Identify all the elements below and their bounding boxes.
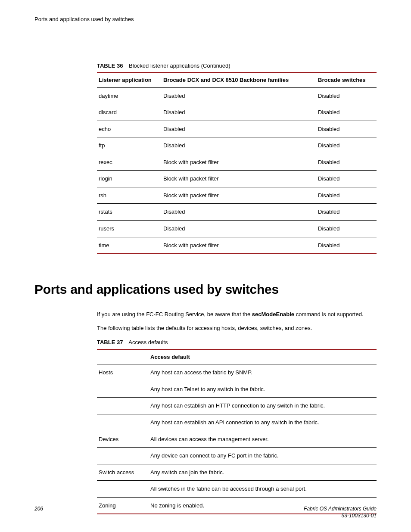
table-cell: time [97, 237, 162, 254]
doc-title: Fabric OS Administrators Guide [304, 505, 377, 512]
table-cell: rstats [97, 204, 162, 221]
table36-block: TABLE 36 Blocked listener applications (… [97, 62, 377, 255]
table-cell: Any host can access the fabric by SNMP. [149, 364, 377, 381]
table-cell: Disabled [316, 121, 377, 137]
table36-caption-text: Blocked listener applications (Continued… [129, 62, 230, 69]
table-row: daytimeDisabledDisabled [97, 87, 377, 104]
table-row: Any host can establish an API connection… [97, 414, 377, 431]
doc-info: Fabric OS Administrators Guide 53-100313… [304, 505, 377, 519]
section-heading: Ports and applications used by switches [34, 281, 377, 299]
table-cell: Disabled [316, 87, 377, 104]
table-cell [97, 481, 149, 498]
table-cell [97, 414, 149, 431]
table-cell: echo [97, 121, 162, 137]
table-row: Any device can connect to any FC port in… [97, 448, 377, 464]
table37-caption-text: Access defaults [128, 339, 168, 345]
page-number: 206 [34, 505, 43, 512]
table-row: rloginBlock with packet filterDisabled [97, 171, 377, 187]
table-cell: All devices can access the management se… [149, 431, 377, 448]
table37-header-cell: Access default [149, 349, 377, 364]
table-row: rstatsDisabledDisabled [97, 204, 377, 221]
table-row: ftpDisabledDisabled [97, 137, 377, 154]
table-row: timeBlock with packet filterDisabled [97, 237, 377, 254]
table37-header-row: Access default [97, 349, 377, 364]
table-cell: Any host can establish an HTTP connectio… [149, 398, 377, 414]
table36-header-row: Listener application Brocade DCX and DCX… [97, 72, 377, 87]
paragraph-1: If you are using the FC-FC Routing Servi… [97, 311, 377, 319]
table-row: DevicesAll devices can access the manage… [97, 431, 377, 448]
running-header: Ports and applications used by switches [34, 16, 377, 23]
table-cell: Any device can connect to any FC port in… [149, 448, 377, 464]
table-cell: rlogin [97, 171, 162, 187]
table-cell: Disabled [316, 104, 377, 121]
table-cell: Block with packet filter [162, 187, 316, 204]
table-cell: Switch access [97, 464, 149, 481]
table-row: Any host can Telnet to any switch in the… [97, 381, 377, 398]
table-cell: Disabled [316, 171, 377, 187]
table-cell: All switches in the fabric can be access… [149, 481, 377, 498]
table-cell: Disabled [316, 187, 377, 204]
table-row: HostsAny host can access the fabric by S… [97, 364, 377, 381]
table-row: rshBlock with packet filterDisabled [97, 187, 377, 204]
table-cell: Block with packet filter [162, 237, 316, 254]
table36-caption-label: TABLE 36 [97, 62, 123, 69]
table36-header-cell: Brocade switches [316, 72, 377, 87]
table-cell: Any switch can join the fabric. [149, 464, 377, 481]
table-row: Switch accessAny switch can join the fab… [97, 464, 377, 481]
p1-command: secModeEnable [252, 311, 294, 317]
doc-id: 53-1003130-01 [304, 512, 377, 519]
table-cell: daytime [97, 87, 162, 104]
table37-block: TABLE 37 Access defaults Access default … [97, 339, 377, 514]
table-cell: Any host can establish an API connection… [149, 414, 377, 431]
table-cell: discard [97, 104, 162, 121]
table-row: All switches in the fabric can be access… [97, 481, 377, 498]
table-cell [97, 398, 149, 414]
table-row: echoDisabledDisabled [97, 121, 377, 137]
table36-caption: TABLE 36 Blocked listener applications (… [97, 62, 377, 70]
table37-caption: TABLE 37 Access defaults [97, 339, 377, 346]
body-text: If you are using the FC-FC Routing Servi… [97, 311, 377, 333]
table-cell: Disabled [316, 137, 377, 154]
table-cell: Disabled [316, 221, 377, 237]
table36-header-cell: Brocade DCX and DCX 8510 Backbone famili… [162, 72, 316, 87]
table-cell [97, 381, 149, 398]
table-cell: rusers [97, 221, 162, 237]
table-cell: Disabled [162, 137, 316, 154]
table36-header-cell: Listener application [97, 72, 162, 87]
paragraph-2: The following table lists the defaults f… [97, 324, 377, 333]
table-row: rusersDisabledDisabled [97, 221, 377, 237]
table-cell: Disabled [316, 154, 377, 171]
table37-header-cell [97, 349, 149, 364]
table-cell: Disabled [162, 221, 316, 237]
table-row: Any host can establish an HTTP connectio… [97, 398, 377, 414]
table-cell: rexec [97, 154, 162, 171]
table37-caption-label: TABLE 37 [97, 339, 123, 345]
table36: Listener application Brocade DCX and DCX… [97, 72, 377, 254]
page-footer: 206 Fabric OS Administrators Guide 53-10… [34, 505, 377, 519]
table-cell: Disabled [316, 204, 377, 221]
table-cell: Disabled [162, 87, 316, 104]
table-cell: Any host can Telnet to any switch in the… [149, 381, 377, 398]
table-cell: Disabled [162, 104, 316, 121]
table-cell: Disabled [162, 204, 316, 221]
table-cell: Disabled [162, 121, 316, 137]
table-cell: Devices [97, 431, 149, 448]
table-cell: rsh [97, 187, 162, 204]
table37: Access default HostsAny host can access … [97, 349, 377, 514]
table-row: discardDisabledDisabled [97, 104, 377, 121]
table-cell: Hosts [97, 364, 149, 381]
table-cell: Disabled [316, 237, 377, 254]
table-cell: Block with packet filter [162, 154, 316, 171]
table-cell: Block with packet filter [162, 171, 316, 187]
table-cell [97, 448, 149, 464]
p1-post: command is not supported. [294, 311, 363, 317]
p1-pre: If you are using the FC-FC Routing Servi… [97, 311, 252, 317]
page: Ports and applications used by switches … [0, 0, 411, 532]
table-row: rexecBlock with packet filterDisabled [97, 154, 377, 171]
table-cell: ftp [97, 137, 162, 154]
